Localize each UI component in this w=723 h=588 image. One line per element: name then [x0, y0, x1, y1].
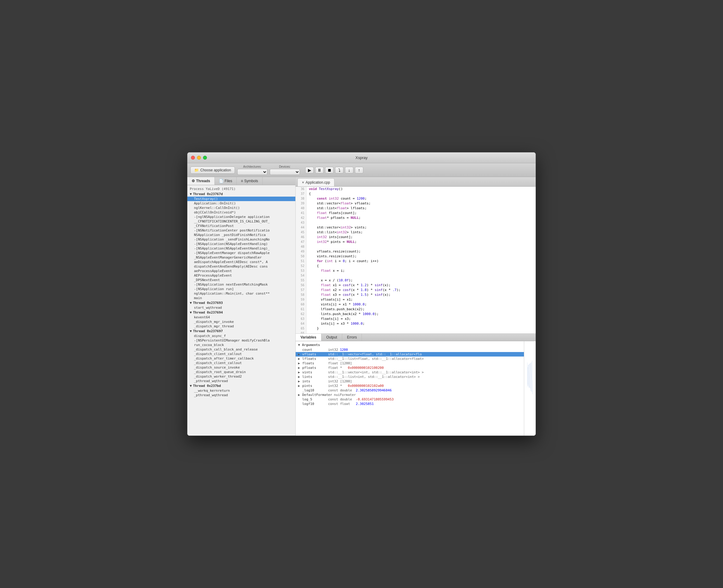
frame-nsapp-post[interactable]: NSApplication _postDidFinishNotifica	[187, 233, 295, 237]
code-line-54	[309, 273, 533, 278]
frame-nsappleevent[interactable]: -[NSAppleEventManager dispatchRawApple	[187, 251, 295, 255]
frame-nsappleeventgeneric[interactable]: _NSAppleEventManagerGenericHandler	[187, 255, 295, 260]
frame-dispatch-call-block[interactable]: _dispatch_call_block_and_release	[187, 347, 295, 352]
frame-dispatch-client-callout2[interactable]: _dispatch_client_callout	[187, 361, 295, 365]
frame-appinit[interactable]: Application::OnInit()	[187, 201, 295, 206]
ln-48: 48	[296, 245, 304, 249]
var-row-pints[interactable]: ▶ pints int32 * 0x0000000102102a00	[296, 383, 524, 388]
frame-nglns[interactable]: -[nglNSApplicationDelegate application	[187, 215, 295, 219]
frame-nspers[interactable]: -[NSPersistentUIManager modifyCrashBla	[187, 338, 295, 343]
frame-testxspray[interactable]: TestXspray()	[187, 196, 295, 201]
args-section-header: ▼ Arguments	[296, 342, 524, 348]
code-line-39: std::vector<float> vfloats;	[309, 201, 533, 206]
var-row-lfloats[interactable]: ▶ lfloats std::__1::list<float, std::__1…	[296, 357, 524, 361]
pause-button[interactable]: ⏸	[315, 167, 324, 173]
graph-panel	[524, 341, 536, 436]
frame-dispatch-mgr-invoke[interactable]: _dispatch_mgr_invoke	[187, 319, 295, 324]
gear-icon: ⚙	[191, 179, 195, 183]
frame-kevent[interactable]: kevent64	[187, 315, 295, 319]
run-button[interactable]: ▶	[305, 167, 314, 173]
close-button[interactable]	[191, 156, 195, 160]
step-into-button[interactable]: ↓	[345, 167, 353, 173]
frame-nsapp-run[interactable]: -[NSApplication run]	[187, 287, 295, 291]
toolbar: 📁 Choose application Architectures: Devi…	[187, 163, 536, 177]
frame-dispatchevent[interactable]: dispatchEventAndSendReply(AEDesc cons	[187, 264, 295, 269]
tab-files[interactable]: 📄 Files	[215, 177, 237, 185]
frame-nsapp-nextevent[interactable]: -[NSApplication nextEventMatchingMask	[187, 282, 295, 287]
frame-nglcalloninit[interactable]: nglKernel::CallOnInit()	[187, 206, 295, 210]
frame-startwq[interactable]: start_wqthread	[187, 306, 295, 310]
var-name-pfloats: pfloats	[302, 366, 326, 370]
var-type-defaultformater: nuiFormater	[334, 393, 356, 397]
architectures-select[interactable]	[237, 169, 267, 175]
ln-38: 38	[296, 196, 304, 201]
frame-aeprocess[interactable]: aeProcessAppleEvent	[187, 269, 295, 273]
var-row-ints[interactable]: ▶ ints int32 [1200]	[296, 379, 524, 383]
frame-objccalloninit[interactable]: objCCallOnInit(void*)	[187, 210, 295, 215]
collapse-icon-1: ▼	[190, 192, 192, 196]
var-name-log5: log_5	[302, 397, 326, 401]
variables-panel: ▼ Arguments count int32 1200 ▶ vfloats	[296, 341, 524, 436]
ln-58: 58	[296, 293, 304, 297]
var-row-pfloats[interactable]: ▶ pfloats float * 0x0000000102100200	[296, 365, 524, 370]
frame-run-cocoa[interactable]: run_cocoa_block	[187, 343, 295, 347]
ln-63: 63	[296, 317, 304, 321]
file-tab-bar: × Application.cpp	[296, 177, 536, 187]
thread-header-4[interactable]: ▼ Thread 0x237697	[187, 329, 295, 334]
maximize-button[interactable]	[203, 156, 207, 160]
code-content[interactable]: void TestXspray() { const int32 count = …	[307, 187, 536, 333]
frame-workq-kern[interactable]: __workq_kernreturn	[187, 388, 295, 393]
frame-pthread-wq2[interactable]: _pthread_wqthread	[187, 393, 295, 397]
tab-symbols[interactable]: ≡ Symbols	[237, 177, 263, 185]
frame-dispatch-root[interactable]: _dispatch_root_queue_drain	[187, 370, 295, 374]
frame-nsapp-apple2[interactable]: -[NSApplication(NSAppleEventHandling)_	[187, 246, 295, 251]
close-tab-icon[interactable]: ×	[302, 181, 304, 185]
code-area[interactable]: 36 37 38 39 40 41 42 43 44 45 46 47 48 4…	[296, 187, 536, 333]
thread-header-3[interactable]: ▼ Thread 0x237694	[187, 310, 295, 315]
bottom-panel: Variables Output Errors ▼ Arguments coun…	[296, 333, 536, 436]
tab-threads[interactable]: ⚙ Threads	[187, 177, 215, 185]
step-over-button[interactable]: ⤵	[335, 167, 344, 173]
tab-output[interactable]: Output	[322, 334, 342, 341]
frame-dispatch-worker[interactable]: _dispatch_worker_thread2	[187, 374, 295, 379]
frame-nsapp-send[interactable]: -[NSApplication _sendFinishLaunchingNo	[187, 237, 295, 242]
thread-header-5[interactable]: ▼ Thread 0x237bd	[187, 383, 295, 388]
tab-errors[interactable]: Errors	[342, 334, 362, 341]
frame-aeprocess2[interactable]: AEProcessAppleEvent	[187, 273, 295, 278]
frame-nglapp-main[interactable]: nglApplication::Main(int, char const**	[187, 291, 295, 296]
var-row-log5[interactable]: log_5 const double -0.6931471805599453	[296, 397, 524, 402]
var-type-vfloats: std::__1::vector<float, std::__1::alloca…	[328, 352, 422, 356]
tab-variables[interactable]: Variables	[296, 334, 322, 341]
var-row-floats[interactable]: ▶ floats float [1200]	[296, 361, 524, 365]
frame-nsapp-apple1[interactable]: -[NSApplication(NSAppleEventHandling)	[187, 242, 295, 246]
var-row-vints[interactable]: ▶ vints std::__1::vector<int, std::__1::…	[296, 370, 524, 375]
var-row-lints[interactable]: ▶ lints std::__1::list<int, std::__1::al…	[296, 375, 524, 379]
thread-header-1[interactable]: ▼ Thread 0x23767d	[187, 191, 295, 196]
minimize-button[interactable]	[197, 156, 201, 160]
frame-dispatch-source[interactable]: _dispatch_source_invoke	[187, 365, 295, 370]
frame-main[interactable]: main	[187, 296, 295, 300]
devices-select[interactable]	[270, 169, 300, 175]
stop-button[interactable]: ⏹	[325, 167, 333, 173]
thread-header-2[interactable]: ▼ Thread 0x237693	[187, 300, 295, 306]
frame-aedispatch[interactable]: aeDispatchAppleEvent(AEDesc const*, A	[187, 260, 295, 264]
frame-dispatch-mgr-thread[interactable]: _dispatch_mgr_thread	[187, 324, 295, 329]
frame-dispatch-after[interactable]: _dispatch_after_timer_callback	[187, 356, 295, 361]
frame-dpsnext[interactable]: _DPSNextEvent	[187, 278, 295, 282]
choose-application-button[interactable]: 📁 Choose application	[190, 167, 235, 174]
var-row-vfloats[interactable]: ▶ vfloats std::__1::vector<float, std::_…	[296, 352, 524, 357]
var-row-count[interactable]: count int32 1200	[296, 348, 524, 352]
frame-cfnotif[interactable]: __CFNOTIFICATIONCENTER_IS_CALLING_OUT_	[187, 219, 295, 224]
step-out-button[interactable]: ↑	[355, 167, 363, 173]
bottom-tab-bar: Variables Output Errors	[296, 334, 536, 341]
frame-nsnotif1[interactable]: -[NSNotificationCenter postNotificatio	[187, 228, 295, 233]
frame-cfxnotif[interactable]: _CFXNotificationPost	[187, 224, 295, 228]
frame-pthread-wq1[interactable]: _pthread_wqthread	[187, 379, 295, 383]
var-row-log10[interactable]: _log10 const double 2.3025850929946046	[296, 388, 524, 393]
frame-dispatch-async[interactable]: dispatch_async_f	[187, 334, 295, 338]
file-tab-application-cpp[interactable]: × Application.cpp	[297, 178, 334, 186]
frame-dispatch-client-callout1[interactable]: _dispatch_client_callout	[187, 352, 295, 356]
thread-label-4: Thread 0x237697	[193, 329, 223, 333]
var-row-defaultformater[interactable]: ▶ DefaultFormater nuiFormater	[296, 393, 524, 397]
var-row-logf10[interactable]: logf10 const float 2.3025851	[296, 402, 524, 406]
